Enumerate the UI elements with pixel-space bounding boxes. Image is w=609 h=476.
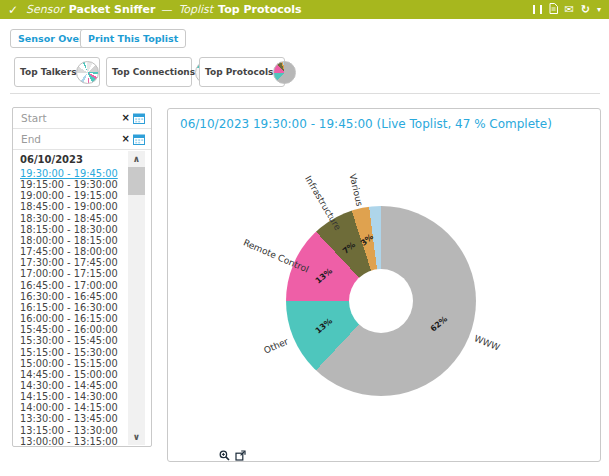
card-top-talkers[interactable]: Top Talkers xyxy=(14,57,100,87)
status-ok-check-icon: ✓ xyxy=(8,3,18,17)
clear-end-icon[interactable]: × xyxy=(122,134,130,144)
protocols-donut-chart[interactable] xyxy=(286,206,476,396)
scrollbar[interactable]: ∧ ∨ xyxy=(128,151,145,445)
toplist-name: Top Protocols xyxy=(218,3,302,16)
card-label: Top Connections xyxy=(112,67,195,77)
pause-icon[interactable] xyxy=(533,5,542,14)
start-input-row: × xyxy=(13,108,151,129)
scroll-down-icon[interactable]: ∨ xyxy=(128,429,145,445)
open-new-window-icon[interactable] xyxy=(235,450,246,461)
report-icon[interactable] xyxy=(549,3,558,16)
chart-tools xyxy=(219,450,246,461)
end-input-row: × xyxy=(13,129,151,150)
pie-chart-icon xyxy=(273,61,296,84)
calendar-icon[interactable] xyxy=(133,113,145,124)
start-date-input[interactable] xyxy=(19,111,120,125)
chart-region: 06/10/2023 19:30:00 - 19:45:00 (Live Top… xyxy=(168,109,600,461)
print-toplist-button[interactable]: Print This Toplist xyxy=(80,29,186,48)
interval-filter-panel: × × 06/10/2023 19:30:00 - 19:45:0019:15:… xyxy=(12,107,152,447)
clear-start-icon[interactable]: × xyxy=(122,113,130,123)
prtg-toplist-page: ✓ Sensor Packet Sniffer — Toplist Top Pr… xyxy=(0,0,609,476)
card-label: Top Talkers xyxy=(20,67,76,77)
card-top-protocols[interactable]: Top Protocols xyxy=(199,57,285,87)
donut-slice-label: Various xyxy=(348,173,365,207)
end-date-input[interactable] xyxy=(19,132,120,146)
breadcrumb-separator: — xyxy=(161,3,172,16)
calendar-icon[interactable] xyxy=(133,134,145,145)
toplist-chart-panel: 06/10/2023 19:30:00 - 19:45:00 (Live Top… xyxy=(167,108,601,462)
email-icon[interactable]: ✉ xyxy=(565,4,574,15)
toplist-title: 06/10/2023 19:30:00 - 19:45:00 (Live Top… xyxy=(180,117,552,131)
card-label: Top Protocols xyxy=(205,67,273,77)
sensor-label: Sensor xyxy=(26,3,64,16)
donut-slice-label: Infrastructure xyxy=(303,174,343,232)
toplist-label: Toplist xyxy=(178,3,213,16)
refresh-icon[interactable]: ↻ xyxy=(581,4,590,15)
header-icon-group: ✉ ↻ ▾ xyxy=(533,3,601,16)
zoom-icon[interactable] xyxy=(219,450,230,461)
scroll-thumb[interactable] xyxy=(128,167,145,195)
chevron-down-icon[interactable]: ▾ xyxy=(597,5,601,14)
card-top-connections[interactable]: Top Connections xyxy=(106,57,192,87)
sensor-name[interactable]: Packet Sniffer xyxy=(69,3,156,16)
donut-slice-label: Other xyxy=(263,337,290,356)
header-bar: ✓ Sensor Packet Sniffer — Toplist Top Pr… xyxy=(0,0,609,19)
section-divider xyxy=(10,93,600,94)
pie-chart-icon xyxy=(76,61,99,84)
scroll-up-icon[interactable]: ∧ xyxy=(128,151,145,167)
donut-slice-label: WWW xyxy=(473,333,502,352)
